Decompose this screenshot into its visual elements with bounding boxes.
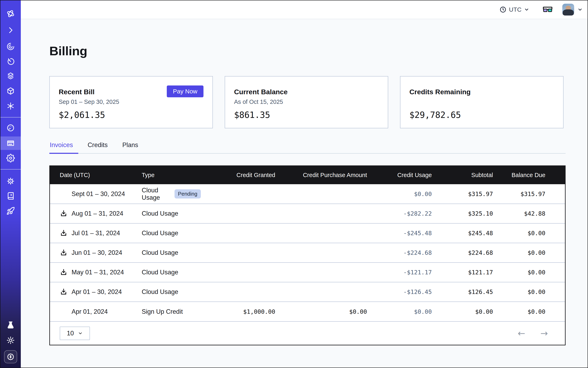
sidebar-item-usage[interactable] [0,121,21,135]
account-menu-button[interactable] [577,7,583,12]
table-row: Apr 01 – 30, 2024 Cloud Usage -$126.45 $… [50,282,565,302]
labs-flask-icon [6,321,15,330]
previous-page-button[interactable]: ← [518,329,525,338]
support-icon [6,177,15,185]
recent-bill-card: Recent Bill Sep 01 – Sep 30, 2025 $2,061… [49,76,213,128]
sidebar-item-workflows[interactable] [0,40,21,53]
timezone-label: UTC [509,6,522,13]
tab-credits[interactable]: Credits [87,141,113,154]
sidebar-item-deployments[interactable] [0,84,21,98]
sidebar-item-credits[interactable] [4,350,17,363]
table-footer: 10 ← → [50,321,565,345]
temporal-logo[interactable] [0,7,21,20]
table-row: Sept 01 – 30, 2024 Cloud UsagePending $0… [50,184,565,204]
card-subtitle: Sep 01 – Sep 30, 2025 [59,99,119,105]
subtotal: $224.68 [432,243,493,263]
recent-bill-amount: $2,061.35 [59,110,105,120]
download-invoice-icon[interactable] [60,229,67,237]
table-row: Apr 01, 2024 Sign Up Credit $1,000.00 $0… [50,302,565,321]
topbar: UTC [21,0,588,19]
sidebar-expand-button[interactable] [0,23,21,37]
subtotal: $121.17 [432,263,493,282]
invoice-type: Cloud Usage [140,204,201,223]
credits-badge-icon [7,353,15,361]
sidebar-item-schedules[interactable] [0,55,21,68]
next-page-button[interactable]: → [540,329,548,338]
invoice-date: Sept 01 – 30, 2024 [72,190,125,198]
current-balance-card: Current Balance As of Oct 15, 2025 $861.… [225,76,388,128]
column-header-type: Type [140,166,201,184]
credit-granted [201,204,275,223]
subtotal: $245.48 [432,223,493,243]
credit-purchase [275,243,367,263]
chevron-down-icon [524,7,529,12]
subtotal: $126.45 [432,282,493,302]
table-row: Jul 01 – 31, 2024 Cloud Usage -$245.48 $… [50,223,565,243]
download-invoice-icon[interactable] [60,268,67,276]
tab-invoices[interactable]: Invoices [49,141,78,154]
tab-plans[interactable]: Plans [122,141,144,154]
download-invoice-icon[interactable] [60,210,67,217]
sidebar-item-settings[interactable] [0,151,21,165]
balance-due: $0.00 [493,263,565,282]
sidebar-item-docs[interactable] [0,189,21,202]
table-header: Date (UTC) Type Credit Granted Credit Pu… [50,166,565,184]
invoice-date: May 01 – 31, 2024 [72,269,124,276]
usage-icon [6,124,15,132]
credit-granted: $1,000.00 [201,302,275,321]
balance-due: $315.97 [493,184,565,204]
download-invoice-icon[interactable] [60,249,67,257]
chevron-down-icon [577,7,583,12]
balance-due: $0.00 [493,282,565,302]
credit-granted [201,243,275,263]
table-row: May 01 – 31, 2024 Cloud Usage -$121.17 $… [50,263,565,282]
balance-due: $0.00 [493,243,565,263]
sidebar-item-namespaces[interactable] [0,69,21,83]
invoice-type: Cloud Usage [140,263,201,282]
invoice-date: Apr 01 – 30, 2024 [72,288,122,295]
timezone-picker[interactable]: UTC [499,6,529,13]
card-subtitle: As of Oct 15, 2025 [234,99,283,105]
sidebar-item-billing[interactable] [0,137,21,150]
invoice-date: Jul 01 – 31, 2024 [72,230,120,237]
sidebar-divider [0,169,21,169]
table-row: Aug 01 – 31, 2024 Cloud Usage -$282.22 $… [50,204,565,223]
balance-due: $0.00 [493,223,565,243]
pay-now-button[interactable]: Pay Now [167,85,203,97]
chevron-down-icon [78,331,83,336]
page-size-value: 10 [67,330,74,337]
credit-purchase [275,223,367,243]
avatar[interactable] [562,4,574,16]
temporal-logo-icon [6,9,15,18]
sun-icon [6,336,15,345]
column-header-date: Date (UTC) [50,166,140,184]
sidebar-item-nexus[interactable] [0,99,21,113]
download-invoice-icon[interactable] [60,288,67,296]
page-size-select[interactable]: 10 [60,327,90,340]
nexus-icon [6,102,15,110]
invoice-type: Sign Up Credit [140,302,201,321]
credit-purchase [275,282,367,302]
credit-purchase [275,204,367,223]
namespaces-icon [6,72,15,80]
sidebar-item-support[interactable] [0,175,21,188]
glasses-icon [543,6,552,13]
read-only-mode-button[interactable] [543,6,552,13]
column-header-credit-purchase: Credit Purchase Amount [275,166,367,184]
credit-usage: -$121.17 [367,263,432,282]
credit-granted [201,282,275,302]
sidebar-item-labs[interactable] [0,318,21,332]
status-badge: Pending [174,189,201,199]
credit-purchase [275,263,367,282]
workflows-icon [6,42,15,51]
settings-icon [6,154,15,162]
credit-purchase: $0.00 [275,302,367,321]
credit-granted [201,263,275,282]
sidebar [0,0,21,368]
subtotal: $325.10 [432,204,493,223]
sidebar-item-getting-started[interactable] [0,204,21,218]
credit-usage: -$282.22 [367,204,432,223]
billing-summary-cards: Recent Bill Sep 01 – Sep 30, 2025 $2,061… [49,76,566,128]
sidebar-item-theme-toggle[interactable] [0,333,21,347]
invoice-type: Cloud Usage [140,282,201,302]
